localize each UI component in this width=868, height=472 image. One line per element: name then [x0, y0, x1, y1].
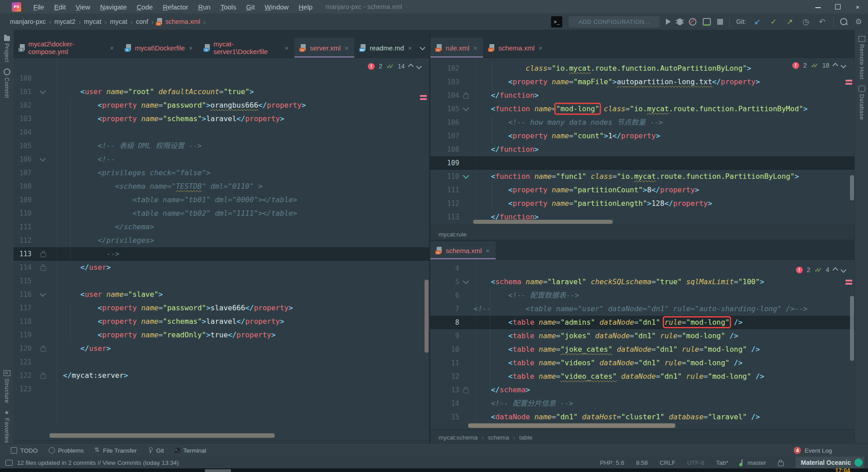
- tab-schema-xml[interactable]: <>schema.xml×: [483, 38, 548, 58]
- vertical-scrollbar[interactable]: [425, 280, 429, 353]
- code-line[interactable]: 107 <privileges check="false">: [14, 166, 429, 180]
- search-everywhere-icon[interactable]: [840, 18, 847, 25]
- close-icon[interactable]: ×: [110, 44, 114, 52]
- maximize-button[interactable]: [834, 3, 842, 11]
- history-clock-icon[interactable]: ◷: [801, 17, 811, 27]
- code-line[interactable]: 9 <table name="jokes" dataNode="dn1" rul…: [430, 329, 854, 343]
- code-line[interactable]: 104 </function>: [430, 89, 854, 102]
- fold-lock-icon[interactable]: [41, 347, 46, 352]
- next-highlight-icon[interactable]: [416, 64, 422, 69]
- menu-item-view[interactable]: View: [71, 2, 95, 12]
- breadcrumb-item[interactable]: conf: [136, 18, 148, 25]
- menu-item-tools[interactable]: Tools: [216, 2, 241, 12]
- tool-window-button-database[interactable]: Database: [859, 86, 865, 120]
- fold-lock-icon[interactable]: [463, 389, 469, 393]
- fold-marker-icon[interactable]: [463, 172, 469, 179]
- run-configuration-select[interactable]: ADD CONFIGURATION...: [569, 16, 660, 27]
- breadcrumb-item[interactable]: mycat2: [54, 18, 76, 25]
- menu-item-navigate[interactable]: Navigate: [95, 2, 131, 12]
- fold-lock-icon[interactable]: [41, 374, 46, 379]
- fold-lock-icon[interactable]: [463, 94, 469, 99]
- code-line[interactable]: 119 <property name="readOnly">true</prop…: [14, 328, 429, 342]
- code-line[interactable]: 118 <property name="schemas">laravel</pr…: [14, 315, 429, 328]
- horizontal-scrollbar[interactable]: [50, 433, 275, 438]
- fold-marker-icon[interactable]: [40, 88, 46, 94]
- code-line[interactable]: 6 <!-- 配置数据表-->: [430, 289, 854, 302]
- close-icon[interactable]: ×: [285, 44, 289, 52]
- tab-rule-xml[interactable]: <>rule.xml×: [430, 38, 483, 58]
- fold-marker-icon[interactable]: [463, 278, 469, 284]
- error-count-icon[interactable]: !: [792, 62, 799, 69]
- code-line[interactable]: 111 <property name="partitionCount">8</p…: [430, 183, 854, 197]
- breadcrumb-segment[interactable]: mycat:rule: [439, 231, 466, 238]
- git-update-icon[interactable]: ↙: [752, 17, 762, 27]
- code-line[interactable]: 102 class="io.mycat.route.function.AutoP…: [430, 62, 854, 75]
- code-line[interactable]: 112 </privileges>: [14, 234, 429, 247]
- breadcrumb-segment[interactable]: mycat:schema: [439, 434, 478, 441]
- close-icon[interactable]: ×: [486, 247, 490, 254]
- tab-mycat-server1-dockerfile[interactable]: Dmycat-server1\Dockerfile×: [199, 38, 294, 58]
- editor-breadcrumb[interactable]: mycat:server›user: [14, 440, 429, 443]
- profiler-icon[interactable]: [703, 18, 711, 26]
- code-line[interactable]: 10 <table name="joke_cates" dataNode="dn…: [430, 343, 854, 356]
- breadcrumb-segment[interactable]: schema: [488, 434, 509, 441]
- code-line[interactable]: 14 <!-- 配置分片信息 -->: [430, 397, 854, 410]
- code-line[interactable]: 107 <property name="count">1</property>: [430, 129, 854, 143]
- next-highlight-icon[interactable]: [841, 63, 846, 68]
- code-line[interactable]: 8 <table name="admins" dataNode="dn1" ru…: [430, 316, 854, 329]
- code-line[interactable]: 13 </schema>: [430, 383, 854, 397]
- menu-item-file[interactable]: File: [28, 2, 49, 12]
- breadcrumb-item[interactable]: mycat: [110, 18, 127, 25]
- status-tool-file-transfer[interactable]: File Transfer: [95, 447, 137, 454]
- close-icon[interactable]: ×: [538, 44, 542, 52]
- code-line[interactable]: 104: [14, 126, 429, 139]
- code-line[interactable]: 110 <function name="func1" class="io.myc…: [430, 170, 854, 183]
- code-line[interactable]: 4: [430, 262, 854, 275]
- vertical-scrollbar[interactable]: [850, 296, 854, 361]
- close-icon[interactable]: ×: [474, 44, 478, 52]
- close-button[interactable]: ×: [854, 3, 862, 11]
- breadcrumb-segment[interactable]: table: [519, 434, 532, 441]
- tool-window-button-project[interactable]: Project: [4, 36, 10, 62]
- inspections-widget[interactable]: !2✓✓18: [792, 62, 845, 69]
- error-count-icon[interactable]: !: [368, 63, 375, 70]
- code-editor[interactable]: 102 class="io.mycat.route.function.AutoP…: [430, 58, 854, 225]
- menu-item-code[interactable]: Code: [132, 2, 158, 12]
- error-count-icon[interactable]: !: [796, 267, 803, 273]
- theme-indicator[interactable]: Material Oceanic: [796, 457, 864, 468]
- event-log-button[interactable]: 4 Event Log: [794, 447, 832, 454]
- code-line[interactable]: 12 <table name="video_cates" dataNode="d…: [430, 370, 854, 383]
- code-line[interactable]: 109: [430, 156, 854, 170]
- code-line[interactable]: 112 <property name="partitionLength">128…: [430, 197, 854, 210]
- code-line[interactable]: 11 <table name="videos" dataNode="dn1" r…: [430, 356, 854, 370]
- status-item-crlf[interactable]: CRLF: [660, 459, 675, 466]
- warning-check-icon[interactable]: ✓✓: [814, 266, 819, 273]
- lock-icon[interactable]: [778, 462, 784, 466]
- tab-mycat-dockerfile[interactable]: Dmycat\Dockerfile×: [120, 38, 199, 58]
- code-line[interactable]: 101 <user name="root" defaultAccount="tr…: [14, 85, 429, 99]
- fold-marker-icon[interactable]: [40, 290, 46, 297]
- vertical-scrollbar[interactable]: [850, 175, 854, 200]
- status-tool-todo[interactable]: TODO: [11, 447, 38, 454]
- inspections-widget[interactable]: !2✓✓14: [368, 63, 421, 70]
- code-line[interactable]: 114 </user>: [14, 261, 429, 274]
- code-line[interactable]: 108 </function>: [430, 143, 854, 156]
- git-push-icon[interactable]: ↗: [785, 17, 795, 27]
- menu-item-window[interactable]: Window: [260, 2, 294, 12]
- breadcrumb-item[interactable]: mycat: [84, 18, 102, 25]
- tab-readme-md[interactable]: MDreadme.md×: [354, 38, 418, 58]
- code-line[interactable]: 121: [14, 355, 429, 369]
- code-line[interactable]: 106 <!--: [14, 153, 429, 166]
- close-icon[interactable]: ×: [189, 44, 193, 52]
- close-icon[interactable]: ×: [345, 44, 349, 52]
- status-tool-terminal[interactable]: Terminal: [175, 447, 206, 454]
- menu-item-refactor[interactable]: Refactor: [158, 2, 193, 12]
- tab-schema-xml[interactable]: <>schema.xml×: [430, 241, 496, 259]
- editor-breadcrumb[interactable]: mycat:schema›schema›table: [430, 429, 854, 443]
- coverage-icon[interactable]: [689, 18, 696, 26]
- fold-marker-icon[interactable]: [40, 155, 46, 162]
- next-highlight-icon[interactable]: [841, 267, 846, 273]
- code-line[interactable]: 111 </schema>: [14, 220, 429, 234]
- settings-gear-icon[interactable]: ⚙: [854, 17, 863, 27]
- previous-highlight-icon[interactable]: [832, 267, 838, 273]
